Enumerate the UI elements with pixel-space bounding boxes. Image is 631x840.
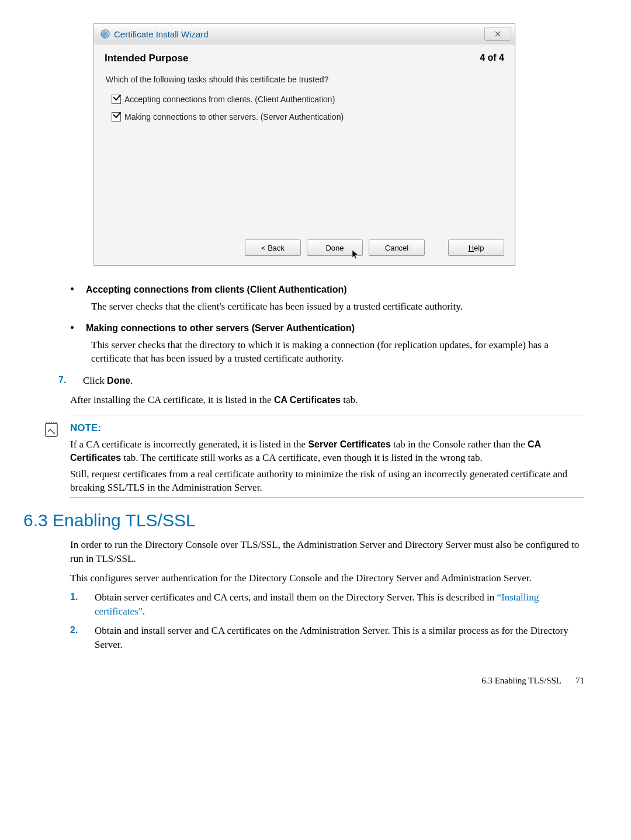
- paragraph: In order to run the Directory Console ov…: [70, 538, 584, 565]
- divider: [70, 415, 584, 415]
- checkbox-server-auth[interactable]: Making connections to other servers. (Se…: [94, 110, 515, 127]
- help-rest: elp: [474, 244, 484, 252]
- section-heading-63: 6.3 Enabling TLS/SSL: [23, 508, 584, 532]
- note-body-2: Still, request certificates from a real …: [70, 467, 584, 495]
- help-mnemonic: H: [469, 244, 474, 252]
- step-text: Click Done.: [83, 374, 133, 387]
- paragraph: This configures server authentication fo…: [70, 571, 584, 585]
- close-icon: [494, 30, 501, 37]
- list-number: 1.: [70, 591, 81, 618]
- checkbox-client-auth[interactable]: Accepting connections from clients. (Cli…: [94, 92, 515, 110]
- option-label: Accepting connections from clients. (Cli…: [124, 95, 335, 104]
- list-item-text: Obtain and install server and CA certifi…: [95, 624, 584, 651]
- step-counter: 4 of 4: [480, 53, 504, 64]
- bullet-heading: Accepting connections from clients (Clie…: [86, 283, 347, 296]
- divider: [70, 497, 584, 498]
- cancel-button[interactable]: Cancel: [369, 239, 425, 256]
- bullet-icon: •: [70, 322, 74, 335]
- bullet-icon: •: [70, 283, 74, 296]
- titlebar: Certificate Install Wizard: [94, 24, 515, 44]
- page-footer: 6.3 Enabling TLS/SSL71: [47, 675, 584, 687]
- done-label: Done: [325, 244, 344, 252]
- checkbox-icon: [112, 95, 121, 104]
- after-install-text: After installing the CA certificate, it …: [70, 393, 584, 407]
- list-item-text: Obtain server certificates and CA certs,…: [95, 591, 584, 618]
- bullet-body: This server checks that the directory to…: [91, 338, 584, 366]
- dialog-title: Certificate Install Wizard: [114, 29, 484, 39]
- svg-rect-1: [46, 424, 57, 436]
- close-button[interactable]: [484, 27, 511, 41]
- back-button[interactable]: < Back: [245, 239, 301, 256]
- checkbox-icon: [112, 112, 121, 122]
- step-number: 7.: [58, 374, 69, 387]
- bullet-heading: Making connections to other servers (Ser…: [86, 322, 355, 335]
- section-heading: Intended Purpose: [105, 53, 189, 64]
- note-label: NOTE:: [70, 421, 584, 435]
- question-text: Which of the following tasks should this…: [94, 69, 515, 92]
- wizard-dialog: Certificate Install Wizard Intended Purp…: [93, 23, 515, 266]
- bullet-body: The server checks that the client's cert…: [91, 300, 584, 313]
- option-label: Making connections to other servers. (Se…: [124, 112, 344, 122]
- note-body: If a CA certificate is incorrectly gener…: [70, 438, 584, 465]
- done-button[interactable]: Done: [307, 239, 363, 256]
- note-icon: [43, 421, 61, 439]
- list-number: 2.: [70, 624, 81, 651]
- cursor-icon: [352, 249, 360, 260]
- app-icon: [100, 29, 110, 39]
- help-button[interactable]: Help: [448, 239, 504, 256]
